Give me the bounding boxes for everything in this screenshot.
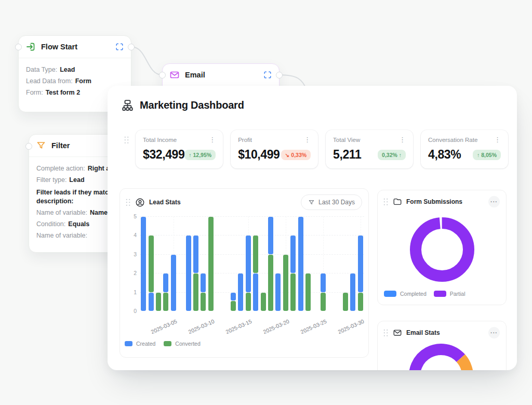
bar-stack[interactable] xyxy=(290,236,296,311)
x-axis-label: 2025-03-05 xyxy=(142,318,178,338)
bar-segment-created xyxy=(298,217,303,311)
trend-badge: ↑ 8,05% xyxy=(473,150,501,160)
stat-card[interactable]: Profit⋮$10,499↘ 0,33% xyxy=(231,130,318,168)
trend-badge: ↘ 0,33% xyxy=(281,150,311,160)
expand-icon[interactable] xyxy=(263,70,272,80)
bar-stack[interactable] xyxy=(208,217,214,311)
x-axis-label: 2025-03-10 xyxy=(179,318,215,338)
folder-icon xyxy=(393,197,402,206)
stat-card[interactable]: Total View⋮5,2110,32% ↑ xyxy=(326,130,413,168)
x-axis-label: 2025-03-20 xyxy=(254,318,290,338)
date-range-button[interactable]: Last 30 Days xyxy=(301,194,362,210)
bar-segment-created xyxy=(268,217,273,254)
bar-stack[interactable] xyxy=(231,293,236,311)
bar-stack[interactable] xyxy=(141,217,146,311)
bar-stack[interactable] xyxy=(149,236,154,311)
bar-stack[interactable] xyxy=(275,273,281,311)
bar-stack[interactable] xyxy=(283,255,288,311)
bar-segment-created xyxy=(253,273,258,311)
flow-field-value: Lead xyxy=(69,176,84,184)
flow-field: Data Type:Lead xyxy=(26,66,124,74)
drag-handle[interactable] xyxy=(383,198,389,206)
bar-segment-created xyxy=(290,236,296,273)
connector-port[interactable] xyxy=(159,72,166,79)
bar-stack[interactable] xyxy=(201,273,206,311)
bar-segment-converted xyxy=(156,293,161,311)
envelope-icon xyxy=(169,70,180,80)
connector-port[interactable] xyxy=(15,44,22,50)
stats-row: Total Income⋮$32,499↑ 12,95%Profit⋮$10,4… xyxy=(136,130,508,168)
bar-segment-converted xyxy=(149,236,154,292)
legend-item: Partial xyxy=(434,291,466,297)
legend-item: Converted xyxy=(164,341,200,347)
flow-field-value: Form xyxy=(75,77,91,85)
bar-stack[interactable] xyxy=(156,293,161,311)
dashboard-panel: Marketing Dashboard Total Income⋮$32,499… xyxy=(108,86,517,370)
stat-value: 4,83% xyxy=(428,148,461,162)
connector-port[interactable] xyxy=(128,44,135,50)
bar-stack[interactable] xyxy=(350,273,355,311)
kebab-menu-icon[interactable]: ⋮ xyxy=(209,136,216,143)
legend-swatch xyxy=(125,341,132,346)
bar-stack[interactable] xyxy=(321,273,326,311)
stat-card[interactable]: Total Income⋮$32,499↑ 12,95% xyxy=(136,130,223,168)
legend-item: Created xyxy=(125,341,155,347)
bar-segment-created xyxy=(171,255,176,311)
lead-stats-card: Lead Stats Last 30 Days 012345 2025-03-0… xyxy=(119,188,369,358)
stat-card[interactable]: Conversation Rate⋮4,83%↑ 8,05% xyxy=(421,130,508,168)
bar-stack[interactable] xyxy=(261,293,266,311)
legend-swatch xyxy=(384,291,396,297)
bar-segment-converted xyxy=(253,236,258,273)
chart-legend: CreatedConverted xyxy=(125,341,201,347)
connector-port[interactable] xyxy=(25,143,32,150)
flow-field-value: Lead xyxy=(60,66,75,73)
bar-segment-converted xyxy=(268,255,273,311)
bar-stack[interactable] xyxy=(193,236,198,311)
kebab-menu-icon[interactable]: ⋮ xyxy=(399,136,406,143)
bar-stack[interactable] xyxy=(343,293,348,311)
bar-stack[interactable] xyxy=(238,273,243,311)
bar-segment-converted xyxy=(290,273,296,311)
expand-icon[interactable] xyxy=(115,42,124,51)
bar-stack[interactable] xyxy=(253,236,258,311)
drag-handle[interactable] xyxy=(124,136,129,145)
trend-badge: 0,32% ↑ xyxy=(378,150,406,160)
form-submissions-donut xyxy=(406,213,478,286)
bar-segment-created xyxy=(321,273,326,292)
form-submissions-card: Form Submissions ··· CompletedPartial xyxy=(377,190,507,305)
flow-field-value: Name xyxy=(90,209,108,216)
bar-stack[interactable] xyxy=(358,236,363,311)
y-axis-tick: 1 xyxy=(128,289,137,295)
filter-note: Filter leads if they match description: xyxy=(36,188,119,206)
flow-field-value: Equals xyxy=(68,220,89,228)
drag-handle[interactable] xyxy=(125,198,131,207)
bar-segment-converted xyxy=(261,293,266,311)
kebab-menu-icon[interactable]: ⋮ xyxy=(494,136,501,143)
email-node-header: Email xyxy=(163,64,279,86)
legend-label: Completed xyxy=(400,291,427,297)
y-axis-tick: 2 xyxy=(128,270,137,276)
stat-value: $32,499 xyxy=(143,148,184,162)
lead-stats-chart: 012345 xyxy=(140,216,364,311)
stat-value: $10,499 xyxy=(238,148,280,162)
kebab-menu-icon[interactable]: ⋮ xyxy=(304,136,311,143)
bar-segment-converted xyxy=(321,293,326,311)
bar-stack[interactable] xyxy=(305,273,311,311)
donut-legend: CompletedPartial xyxy=(384,291,466,297)
bar-stack[interactable] xyxy=(298,217,303,311)
x-axis-label: 2025-03-15 xyxy=(217,318,252,338)
stat-card-bottom: $32,499↑ 12,95% xyxy=(143,148,216,162)
more-menu-button[interactable]: ··· xyxy=(488,196,500,207)
bar-stack[interactable] xyxy=(171,255,176,311)
stat-label: Total View xyxy=(333,137,360,143)
email-node-title: Email xyxy=(185,71,205,79)
connector-port[interactable] xyxy=(276,72,283,79)
bar-stack[interactable] xyxy=(163,273,168,311)
stat-card-bottom: 5,2110,32% ↑ xyxy=(333,148,406,162)
bar-stack[interactable] xyxy=(186,236,191,311)
email-stats-donut xyxy=(378,321,507,370)
bar-stack[interactable] xyxy=(268,217,273,311)
bar-segment-created xyxy=(141,217,146,311)
bar-stack[interactable] xyxy=(246,236,251,311)
form-submissions-header: Form Submissions ··· xyxy=(378,190,506,211)
